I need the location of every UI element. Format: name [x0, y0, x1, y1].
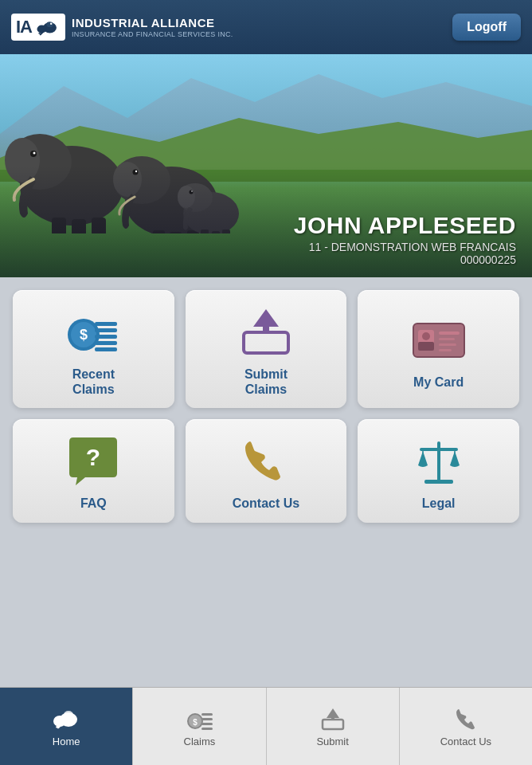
logo-title: INDUSTRIAL ALLIANCE — [72, 16, 233, 30]
nav-claims-label: Claims — [184, 736, 216, 747]
legal-button[interactable]: Legal — [358, 419, 519, 522]
hero-text: JOHN APPLESEED 11 - DEMONSTRATION WEB FR… — [294, 212, 516, 266]
nav-home-button[interactable]: Home — [0, 688, 132, 765]
svg-rect-36 — [95, 328, 117, 332]
svg-rect-35 — [95, 322, 117, 326]
nav-claims-button[interactable]: $ Claims — [132, 688, 265, 765]
svg-rect-38 — [95, 341, 117, 345]
contact-us-button[interactable]: Contact Us — [186, 419, 347, 522]
logo-ia-text: IA — [16, 17, 32, 37]
faq-icon: ? — [61, 434, 125, 489]
app-header: IA INDUSTRIAL ALLIANCE INSURANCE AND FIN… — [0, 0, 532, 54]
nav-submit-button[interactable]: Submit — [266, 688, 399, 765]
logo-box: IA — [11, 14, 65, 41]
submit-nav-icon — [318, 705, 348, 732]
elephant-nav-icon — [51, 705, 81, 732]
svg-rect-67 — [323, 720, 343, 729]
svg-rect-53 — [424, 480, 453, 484]
contact-us-label: Contact Us — [233, 496, 299, 511]
hero-demo-line: 11 - DEMONSTRATION WEB FRANCAIS — [294, 241, 516, 253]
hero-banner: JOHN APPLESEED 11 - DEMONSTRATION WEB FR… — [0, 54, 532, 277]
svg-marker-41 — [253, 309, 279, 333]
svg-rect-65 — [201, 723, 213, 725]
svg-rect-47 — [439, 332, 460, 335]
logo-text-area: INDUSTRIAL ALLIANCE INSURANCE AND FINANC… — [72, 16, 233, 38]
nav-contact-label: Contact Us — [440, 736, 491, 747]
legal-label: Legal — [422, 496, 456, 511]
svg-rect-49 — [439, 343, 456, 346]
svg-rect-52 — [437, 441, 440, 481]
recent-claims-button[interactable]: $ RecentClaims — [13, 290, 174, 408]
phone-nav-icon — [451, 705, 481, 732]
svg-rect-37 — [95, 335, 117, 339]
nav-home-label: Home — [53, 736, 80, 747]
logo-area: IA INDUSTRIAL ALLIANCE INSURANCE AND FIN… — [11, 14, 233, 41]
submit-claims-button[interactable]: SubmitClaims — [186, 290, 347, 408]
svg-rect-54 — [420, 448, 458, 451]
logo-subtitle: INSURANCE AND FINANCIAL SERVICES INC. — [72, 30, 233, 38]
svg-rect-39 — [95, 347, 117, 351]
upload-icon — [234, 304, 298, 360]
svg-point-2 — [46, 22, 53, 27]
money-stack-icon: $ — [61, 304, 125, 360]
my-card-label: My Card — [413, 375, 464, 390]
svg-point-59 — [64, 711, 73, 719]
scales-icon — [407, 434, 471, 489]
logoff-button[interactable]: Logoff — [452, 14, 521, 41]
phone-icon — [234, 434, 298, 489]
svg-point-3 — [50, 23, 53, 26]
faq-button[interactable]: ? FAQ — [13, 419, 174, 522]
svg-rect-48 — [439, 338, 455, 340]
svg-rect-40 — [244, 332, 288, 353]
svg-text:?: ? — [86, 444, 100, 470]
submit-claims-label: SubmitClaims — [244, 367, 288, 397]
svg-point-45 — [422, 332, 430, 340]
recent-claims-label: RecentClaims — [72, 367, 115, 397]
faq-label: FAQ — [80, 496, 107, 511]
svg-text:$: $ — [194, 718, 198, 727]
hero-name: JOHN APPLESEED — [294, 212, 516, 239]
svg-rect-64 — [201, 718, 213, 720]
nav-contact-button[interactable]: Contact Us — [399, 688, 532, 765]
bottom-navigation: Home $ Claims Submit — [0, 687, 532, 765]
svg-rect-46 — [418, 342, 434, 351]
claims-nav-icon: $ — [184, 705, 214, 732]
nav-submit-label: Submit — [316, 736, 348, 747]
svg-rect-66 — [201, 728, 213, 730]
my-card-button[interactable]: My Card — [358, 290, 519, 408]
svg-rect-63 — [201, 713, 213, 716]
id-card-icon — [407, 312, 471, 368]
menu-grid: $ RecentClaims SubmitClaims — [0, 277, 532, 523]
hero-account-number: 000000225 — [294, 253, 516, 266]
svg-rect-50 — [439, 349, 452, 351]
svg-point-15 — [33, 152, 36, 155]
logo-elephant-icon — [35, 18, 61, 36]
svg-text:$: $ — [80, 327, 88, 343]
